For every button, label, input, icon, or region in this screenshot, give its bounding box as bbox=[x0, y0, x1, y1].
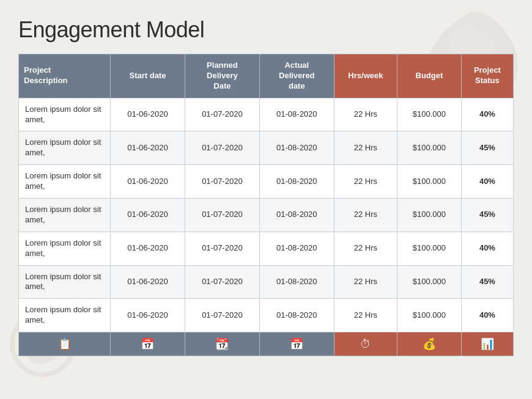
cell-status: 40% bbox=[461, 98, 513, 131]
table-row: Lorem ipsum dolor sit amet,01-06-202001-… bbox=[19, 199, 514, 232]
cell-start: 01-06-2020 bbox=[111, 199, 185, 232]
engagement-table: ProjectDescription Start date PlannedDel… bbox=[18, 54, 514, 356]
cell-hrs: 22 Hrs bbox=[334, 165, 397, 199]
cell-budget: $100.000 bbox=[397, 98, 462, 131]
cell-hrs: 22 Hrs bbox=[334, 131, 397, 165]
cell-planned: 01-07-2020 bbox=[185, 199, 259, 232]
header-start: Start date bbox=[111, 54, 185, 98]
cell-budget: $100.000 bbox=[397, 299, 462, 332]
table-row: Lorem ipsum dolor sit amet,01-06-202001-… bbox=[19, 299, 514, 332]
cell-start: 01-06-2020 bbox=[111, 165, 185, 199]
footer-speedometer-icon: 📊 bbox=[461, 332, 513, 356]
cell-start: 01-06-2020 bbox=[111, 299, 185, 332]
cell-budget: $100.000 bbox=[397, 131, 462, 165]
table-row: Lorem ipsum dolor sit amet,01-06-202001-… bbox=[19, 232, 514, 265]
cell-actual: 01-08-2020 bbox=[259, 299, 334, 332]
cell-desc: Lorem ipsum dolor sit amet, bbox=[19, 232, 111, 265]
cell-budget: $100.000 bbox=[397, 232, 462, 265]
header-status: ProjectStatus bbox=[461, 54, 513, 98]
footer-calendar1-icon: 📅 bbox=[111, 332, 185, 356]
cell-planned: 01-07-2020 bbox=[185, 265, 259, 299]
cell-budget: $100.000 bbox=[397, 265, 462, 299]
header-budget: Budget bbox=[397, 54, 462, 98]
footer-coins-icon: 💰 bbox=[397, 332, 462, 356]
table-row: Lorem ipsum dolor sit amet,01-06-202001-… bbox=[19, 265, 514, 299]
header-actual: ActualDelivereddate bbox=[259, 54, 334, 98]
cell-hrs: 22 Hrs bbox=[334, 265, 397, 299]
page-container: Engagement Model ProjectDescription Star… bbox=[0, 0, 532, 368]
cell-actual: 01-08-2020 bbox=[259, 265, 334, 299]
cell-desc: Lorem ipsum dolor sit amet, bbox=[19, 98, 111, 131]
cell-status: 45% bbox=[461, 265, 513, 299]
page-title: Engagement Model bbox=[18, 17, 514, 43]
header-desc: ProjectDescription bbox=[19, 54, 111, 98]
cell-start: 01-06-2020 bbox=[111, 98, 185, 131]
header-hrs: Hrs/week bbox=[334, 54, 397, 98]
cell-planned: 01-07-2020 bbox=[185, 98, 259, 131]
cell-start: 01-06-2020 bbox=[111, 232, 185, 265]
cell-actual: 01-08-2020 bbox=[259, 199, 334, 232]
cell-desc: Lorem ipsum dolor sit amet, bbox=[19, 265, 111, 299]
cell-start: 01-06-2020 bbox=[111, 131, 185, 165]
cell-planned: 01-07-2020 bbox=[185, 165, 259, 199]
cell-actual: 01-08-2020 bbox=[259, 232, 334, 265]
cell-planned: 01-07-2020 bbox=[185, 299, 259, 332]
cell-hrs: 22 Hrs bbox=[334, 199, 397, 232]
cell-desc: Lorem ipsum dolor sit amet, bbox=[19, 299, 111, 332]
table-footer-row: 📋 📅 📆 📅 ⏱ 💰 📊 bbox=[19, 332, 514, 356]
cell-start: 01-06-2020 bbox=[111, 265, 185, 299]
table-row: Lorem ipsum dolor sit amet,01-06-202001-… bbox=[19, 165, 514, 199]
footer-stopwatch-icon: ⏱ bbox=[334, 332, 397, 356]
footer-calendar2-icon: 📆 bbox=[185, 332, 259, 356]
cell-desc: Lorem ipsum dolor sit amet, bbox=[19, 199, 111, 232]
cell-status: 45% bbox=[461, 199, 513, 232]
cell-planned: 01-07-2020 bbox=[185, 232, 259, 265]
cell-status: 40% bbox=[461, 165, 513, 199]
footer-clipboard-icon: 📋 bbox=[19, 332, 111, 356]
cell-desc: Lorem ipsum dolor sit amet, bbox=[19, 131, 111, 165]
table-row: Lorem ipsum dolor sit amet,01-06-202001-… bbox=[19, 98, 514, 131]
cell-status: 40% bbox=[461, 232, 513, 265]
cell-hrs: 22 Hrs bbox=[334, 98, 397, 131]
footer-calendar3-icon: 📅 bbox=[259, 332, 334, 356]
table-header-row: ProjectDescription Start date PlannedDel… bbox=[19, 54, 514, 98]
cell-actual: 01-08-2020 bbox=[259, 131, 334, 165]
cell-status: 45% bbox=[461, 131, 513, 165]
table-row: Lorem ipsum dolor sit amet,01-06-202001-… bbox=[19, 131, 514, 165]
cell-hrs: 22 Hrs bbox=[334, 299, 397, 332]
cell-hrs: 22 Hrs bbox=[334, 232, 397, 265]
cell-desc: Lorem ipsum dolor sit amet, bbox=[19, 165, 111, 199]
cell-actual: 01-08-2020 bbox=[259, 165, 334, 199]
cell-actual: 01-08-2020 bbox=[259, 98, 334, 131]
cell-budget: $100.000 bbox=[397, 165, 462, 199]
cell-planned: 01-07-2020 bbox=[185, 131, 259, 165]
header-planned: PlannedDeliveryDate bbox=[185, 54, 259, 98]
cell-status: 40% bbox=[461, 299, 513, 332]
cell-budget: $100.000 bbox=[397, 199, 462, 232]
